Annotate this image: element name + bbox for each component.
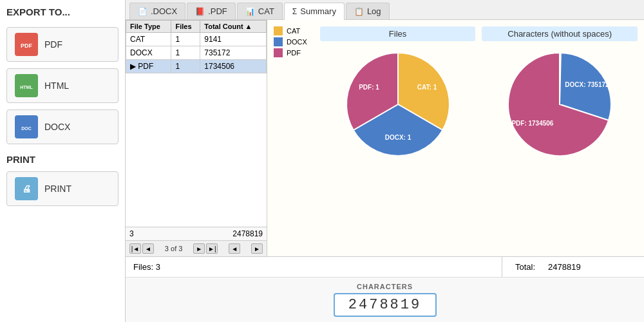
docx-export-button[interactable]: DOC DOCX xyxy=(6,109,118,144)
legend-color-pdf xyxy=(274,48,283,57)
characters-chart-section: Characters (without spaces) CAT: 9141DOC… xyxy=(482,26,638,162)
svg-text:PDF: PDF xyxy=(21,43,33,49)
characters-section: CHARACTERS 2478819 xyxy=(126,277,644,322)
tab-log[interactable]: 📋 Log xyxy=(346,3,390,19)
tab-cat[interactable]: 📊 CAT xyxy=(237,3,283,19)
docx-icon: DOC xyxy=(15,115,38,138)
legend-label-pdf: PDF xyxy=(287,49,301,57)
tab-docx-label: .DOCX xyxy=(151,6,177,16)
status-files: Files: 3 xyxy=(126,257,502,277)
pie-label: DOCX: 735172 xyxy=(565,81,609,88)
content-area: 📄 .DOCX 📕 .PDF 📊 CAT Σ Summary 📋 Log xyxy=(126,0,644,322)
characters-pie-chart: CAT: 9141DOCX: 735172PDF: 1734506 xyxy=(502,46,618,162)
nav-buttons-right: ► ►| xyxy=(193,243,218,254)
log-tab-icon: 📋 xyxy=(354,7,364,16)
characters-chart-title: Characters (without spaces) xyxy=(482,26,638,41)
html-label: HTML xyxy=(44,80,69,91)
tab-summary[interactable]: Σ Summary xyxy=(284,3,345,20)
characters-label: CHARACTERS xyxy=(131,283,639,290)
status-bar: Files: 3 Total: 2478819 xyxy=(126,256,644,277)
files-chart-section: Files CAT: 1DOCX: 1PDF: 1 xyxy=(320,26,476,162)
col-totalcount: Total Count ▲ xyxy=(200,21,267,33)
print-title: PRINT xyxy=(6,154,118,165)
col-files: Files xyxy=(171,21,200,33)
nav-prev[interactable]: ◄ xyxy=(142,243,154,254)
cell-count: 735172 xyxy=(200,46,267,60)
legend-label-docx: DOCX xyxy=(287,38,307,46)
pie-label: CAT: 1 xyxy=(417,84,437,91)
legend-label-cat: CAT xyxy=(287,27,300,35)
svg-text:DOC: DOC xyxy=(21,126,32,131)
table-panel: File Type Files Total Count ▲ CAT 1 9141… xyxy=(126,20,267,256)
tab-cat-label: CAT xyxy=(258,6,274,16)
nav-buttons: |◄ ◄ xyxy=(129,243,154,254)
cell-count: 1734506 xyxy=(200,60,267,73)
table-footer: 3 2478819 xyxy=(126,227,267,240)
print-button[interactable]: 🖨 PRINT xyxy=(6,171,118,206)
nav-scroll-right[interactable]: ► xyxy=(251,243,263,254)
total-label: Total: xyxy=(515,262,535,272)
panels: File Type Files Total Count ▲ CAT 1 9141… xyxy=(126,20,644,256)
legend: CAT DOCX PDF xyxy=(274,26,307,157)
cell-files: 1 xyxy=(171,46,200,60)
pdf-icon: PDF xyxy=(15,33,38,56)
svg-text:HTML: HTML xyxy=(20,85,33,90)
cell-type: CAT xyxy=(126,33,171,46)
cat-tab-icon: 📊 xyxy=(245,7,255,16)
legend-item-pdf: PDF xyxy=(274,48,307,57)
files-pie-chart: CAT: 1DOCX: 1PDF: 1 xyxy=(340,46,456,162)
table-row[interactable]: DOCX 1 735172 xyxy=(126,46,267,60)
table-row[interactable]: CAT 1 9141 xyxy=(126,33,267,46)
total-value: 2478819 xyxy=(548,262,581,272)
pdf-export-button[interactable]: PDF PDF xyxy=(6,27,118,62)
nav-scroll-left[interactable]: ◄ xyxy=(229,243,240,254)
print-label: PRINT xyxy=(44,184,71,194)
legend-item-cat: CAT xyxy=(274,26,307,35)
table-nav: |◄ ◄ 3 of 3 ► ►| ◄ ► xyxy=(126,240,267,256)
docx-label: DOCX xyxy=(44,122,70,132)
data-table: File Type Files Total Count ▲ CAT 1 9141… xyxy=(126,20,267,73)
files-pie-container: CAT: 1DOCX: 1PDF: 1 xyxy=(340,46,456,162)
legend-item-docx: DOCX xyxy=(274,37,307,46)
cell-files: 1 xyxy=(171,60,200,73)
status-total: Total: 2478819 xyxy=(502,257,644,277)
cell-type: ▶ PDF xyxy=(126,60,171,73)
pdf-label: PDF xyxy=(44,39,62,50)
nav-next[interactable]: ► xyxy=(193,243,205,254)
tab-summary-label: Summary xyxy=(300,6,336,16)
nav-first[interactable]: |◄ xyxy=(129,243,141,254)
svg-text:🖨: 🖨 xyxy=(22,184,31,194)
pdf-tab-icon: 📕 xyxy=(195,7,205,16)
chart-panel: CAT DOCX PDF Files CAT: 1DOCX: 1PDF: 1 xyxy=(267,20,644,256)
export-title: EXPORT TO... xyxy=(6,6,118,17)
main-container: EXPORT TO... PDF PDF HTML HTML DOC DOCX … xyxy=(0,0,644,322)
pie-label: PDF: 1 xyxy=(359,84,379,91)
sidebar: EXPORT TO... PDF PDF HTML HTML DOC DOCX … xyxy=(0,0,126,322)
printer-icon: 🖨 xyxy=(15,177,38,200)
table-row[interactable]: ▶ PDF 1 1734506 xyxy=(126,60,267,73)
cell-count: 9141 xyxy=(200,33,267,46)
footer-total: 2478819 xyxy=(232,229,263,238)
pie-label: DOCX: 1 xyxy=(384,134,411,141)
html-icon: HTML xyxy=(15,74,38,97)
tab-docx[interactable]: 📄 .DOCX xyxy=(129,3,185,19)
pie-label: PDF: 1734506 xyxy=(512,120,554,127)
tab-bar: 📄 .DOCX 📕 .PDF 📊 CAT Σ Summary 📋 Log xyxy=(126,0,644,20)
html-export-button[interactable]: HTML HTML xyxy=(6,68,118,103)
nav-last[interactable]: ►| xyxy=(206,243,218,254)
tab-pdf-label: .PDF xyxy=(208,6,227,16)
tab-pdf[interactable]: 📕 .PDF xyxy=(187,3,236,19)
characters-pie-container: CAT: 9141DOCX: 735172PDF: 1734506 xyxy=(502,46,618,162)
page-info: 3 of 3 xyxy=(165,245,183,252)
cell-files: 1 xyxy=(171,33,200,46)
sigma-icon: Σ xyxy=(292,7,297,16)
docx-tab-icon: 📄 xyxy=(138,7,147,16)
col-filetype: File Type xyxy=(126,21,171,33)
footer-files: 3 xyxy=(129,229,134,238)
files-chart-title: Files xyxy=(320,26,476,41)
cell-type: DOCX xyxy=(126,46,171,60)
legend-color-cat xyxy=(274,26,283,35)
characters-display: 2478819 xyxy=(334,293,437,317)
tab-log-label: Log xyxy=(367,6,381,16)
legend-color-docx xyxy=(274,37,283,46)
